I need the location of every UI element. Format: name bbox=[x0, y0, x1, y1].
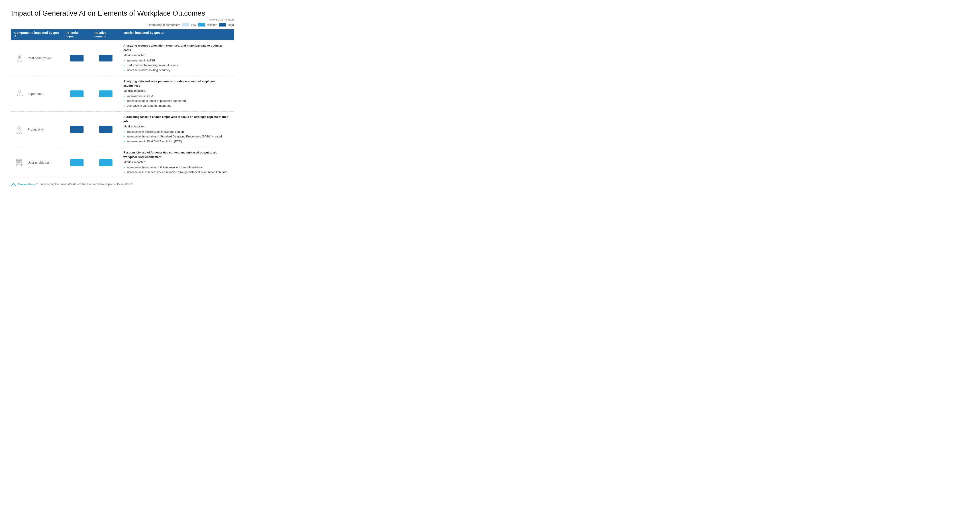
metrics-title-cost: Analyzing resource allocation, expenses,… bbox=[123, 43, 231, 52]
impact-cell-productivity bbox=[62, 112, 91, 147]
component-label-user-enablement: User enablement bbox=[28, 161, 51, 164]
svg-rect-11 bbox=[17, 132, 18, 134]
metrics-cell-user-enablement: Responsible use of AI-generated content … bbox=[120, 147, 234, 178]
component-label-experience: Experience bbox=[28, 92, 43, 96]
impact-cell-experience bbox=[62, 76, 91, 112]
th-metrics: Metrics impacted by gen AI bbox=[120, 29, 234, 40]
not-exhaustive-label: NOT EXHAUSTIVE bbox=[11, 19, 234, 22]
metrics-cell-cost: Analyzing resource allocation, expenses,… bbox=[120, 40, 234, 76]
list-item: Increase in % accuracy of knowledge sear… bbox=[123, 130, 231, 134]
metrics-title-user-enablement: Responsible use of AI-generated content … bbox=[123, 150, 231, 159]
metrics-list-cost: Improvement in MTTR Reduction in the rea… bbox=[123, 58, 231, 72]
component-cell-productivity: Productivity bbox=[11, 112, 62, 147]
impact-cell-user-enablement bbox=[62, 147, 91, 178]
legend-high-swatch bbox=[219, 23, 226, 27]
legend-high-label: High bbox=[228, 23, 234, 27]
table-row: Experience Analyzing data and work patte… bbox=[11, 76, 234, 112]
legend-row: Favorability of parameters Low Medium Hi… bbox=[11, 23, 234, 27]
metrics-list-user-enablement: Increase in the number of tickets resolv… bbox=[123, 165, 231, 174]
metrics-label-cost: Metrics impacted: bbox=[123, 53, 231, 57]
footer-description: Empowering the Future Workforce: The Tra… bbox=[40, 183, 133, 186]
impact-cell-cost bbox=[62, 40, 91, 76]
legend-label: Favorability of parameters bbox=[147, 23, 180, 27]
legend-medium-swatch bbox=[198, 23, 205, 27]
list-item: Improvement in CSAT bbox=[123, 94, 231, 99]
footer: Everest Group® Empowering the Future Wor… bbox=[11, 182, 234, 186]
list-item: Improvement in MTTR bbox=[123, 58, 231, 63]
svg-point-4 bbox=[19, 90, 21, 92]
list-item: Reduction in the reassignment of tickets bbox=[123, 63, 231, 67]
table-row: User enablement Responsible use of AI-ge… bbox=[11, 147, 234, 178]
svg-text:$: $ bbox=[19, 56, 20, 58]
legend-medium-label: Medium bbox=[207, 23, 217, 27]
list-item: Decrease in call abandonment rate bbox=[123, 104, 231, 108]
metrics-title-productivity: Automating tasks to enable employees to … bbox=[123, 115, 231, 123]
impact-block-cost bbox=[70, 55, 84, 62]
demand-cell-user-enablement bbox=[91, 147, 120, 178]
svg-rect-12 bbox=[19, 131, 20, 134]
user-enablement-icon bbox=[14, 157, 25, 168]
list-item: Increase in the number of tickets resolv… bbox=[123, 165, 231, 170]
metrics-cell-experience: Analyzing data and work patterns to cura… bbox=[120, 76, 234, 112]
th-potential: Potential impact bbox=[62, 29, 91, 40]
metrics-title-experience: Analyzing data and work patterns to cura… bbox=[123, 79, 231, 88]
metrics-label-user-enablement: Metrics impacted: bbox=[123, 160, 231, 164]
component-label-productivity: Productivity bbox=[28, 127, 44, 131]
svg-marker-5 bbox=[17, 95, 18, 96]
svg-line-10 bbox=[19, 128, 20, 129]
productivity-icon bbox=[14, 124, 25, 135]
svg-marker-7 bbox=[22, 95, 23, 96]
legend-low-swatch bbox=[182, 23, 189, 27]
metrics-label-experience: Metrics impacted: bbox=[123, 89, 231, 93]
list-item: Increase in % of repeat issues resolved … bbox=[123, 170, 231, 174]
component-cell-user-enablement: User enablement bbox=[11, 147, 62, 178]
demand-block-experience bbox=[99, 91, 113, 97]
component-cell-experience: Experience bbox=[11, 76, 62, 112]
component-cell-cost: $ Cost optimization bbox=[11, 40, 62, 76]
page-title: Impact of Generative AI on Elements of W… bbox=[11, 9, 234, 18]
demand-block-user-enablement bbox=[99, 159, 113, 166]
metrics-cell-productivity: Automating tasks to enable employees to … bbox=[120, 112, 234, 147]
table-row: Productivity Automating tasks to enable … bbox=[11, 112, 234, 147]
th-demand: Relative demand bbox=[91, 29, 120, 40]
svg-rect-13 bbox=[21, 131, 22, 134]
impact-block-user-enablement bbox=[70, 159, 84, 166]
experience-icon bbox=[14, 88, 25, 99]
svg-marker-6 bbox=[19, 95, 20, 96]
table-row: $ Cost optimization Analyzing resource a… bbox=[11, 40, 234, 76]
legend-low-label: Low bbox=[191, 23, 196, 27]
footer-logo-text: Everest Group® bbox=[18, 182, 38, 186]
list-item: Increase in ticket routing accuracy bbox=[123, 68, 231, 72]
demand-block-productivity bbox=[99, 126, 113, 133]
metrics-label-productivity: Metrics impacted: bbox=[123, 124, 231, 129]
everest-group-logo-icon bbox=[11, 182, 16, 186]
component-label-cost: Cost optimization bbox=[28, 56, 51, 60]
th-components: Components impacted by gen AI bbox=[11, 29, 62, 40]
demand-cell-cost bbox=[91, 40, 120, 76]
metrics-list-productivity: Increase in % accuracy of knowledge sear… bbox=[123, 130, 231, 144]
impact-block-experience bbox=[70, 91, 84, 97]
metrics-list-experience: Improvement in CSAT Increase in the numb… bbox=[123, 94, 231, 108]
list-item: Increase in the number of personas suppo… bbox=[123, 99, 231, 103]
demand-cell-productivity bbox=[91, 112, 120, 147]
cost-icon: $ bbox=[14, 53, 25, 64]
demand-cell-experience bbox=[91, 76, 120, 112]
demand-block-cost bbox=[99, 55, 113, 62]
table-header: Components impacted by gen AI Potential … bbox=[11, 29, 234, 40]
list-item: Improvement in First Call Resolution (FC… bbox=[123, 139, 231, 144]
impact-block-productivity bbox=[70, 126, 84, 133]
list-item: Increase in the number of Standard Opera… bbox=[123, 134, 231, 139]
